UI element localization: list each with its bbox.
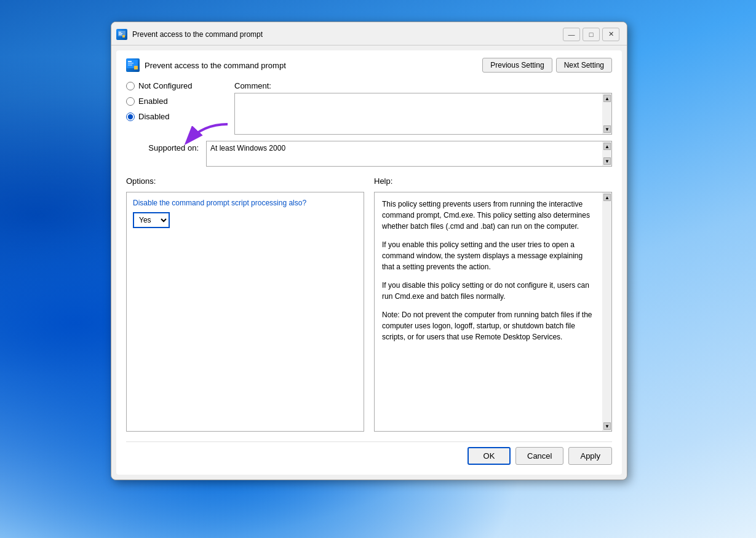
title-bar-controls: — □ ✕ bbox=[563, 28, 619, 41]
bottom-buttons: OK Cancel Apply bbox=[126, 441, 612, 465]
not-configured-radio[interactable] bbox=[126, 82, 135, 90]
help-text-4: Note: Do not prevent the computer from r… bbox=[382, 309, 595, 342]
supported-on-label: Supported on: bbox=[126, 141, 206, 152]
help-section-label-wrapper: Help: bbox=[374, 176, 612, 189]
title-bar: Prevent access to the command prompt — □… bbox=[111, 22, 627, 45]
options-label: Options: bbox=[126, 176, 364, 186]
settings-row: Not Configured Enabled Disabled Comment:… bbox=[126, 81, 612, 135]
minimize-button[interactable]: — bbox=[563, 28, 580, 41]
next-setting-button[interactable]: Next Setting bbox=[556, 58, 612, 73]
not-configured-label: Not Configured bbox=[138, 81, 192, 90]
dialog-header: Prevent access to the command prompt Pre… bbox=[126, 58, 612, 73]
help-text-1: This policy setting prevents users from … bbox=[382, 199, 595, 232]
previous-setting-button[interactable]: Previous Setting bbox=[482, 58, 552, 73]
supported-scroll-down[interactable]: ▼ bbox=[603, 157, 611, 165]
close-button[interactable]: ✕ bbox=[602, 28, 619, 41]
options-section-label-wrapper: Options: bbox=[126, 176, 364, 189]
svg-rect-2 bbox=[119, 33, 122, 34]
options-help-row: Disable the command prompt script proces… bbox=[126, 192, 612, 432]
disabled-label: Disabled bbox=[138, 112, 170, 121]
comment-scroll-up[interactable]: ▲ bbox=[603, 95, 611, 102]
help-scrollbar: ▲ ▼ bbox=[602, 192, 612, 432]
supported-scrollbar: ▲ ▼ bbox=[602, 141, 612, 167]
options-panel: Disable the command prompt script proces… bbox=[126, 192, 364, 432]
svg-rect-9 bbox=[134, 66, 138, 69]
supported-on-value: At least Windows 2000 bbox=[206, 141, 602, 167]
svg-rect-6 bbox=[128, 61, 132, 62]
comment-label: Comment: bbox=[234, 81, 612, 90]
cancel-button[interactable]: Cancel bbox=[515, 447, 563, 465]
enabled-radio[interactable] bbox=[126, 97, 135, 106]
comment-scrollbar: ▲ ▼ bbox=[602, 93, 612, 135]
title-bar-text: Prevent access to the command prompt bbox=[132, 30, 563, 39]
dialog-window: Prevent access to the command prompt — □… bbox=[111, 22, 627, 480]
dialog-content: Prevent access to the command prompt Pre… bbox=[116, 50, 622, 475]
dialog-title-row: Prevent access to the command prompt bbox=[126, 58, 286, 72]
svg-rect-8 bbox=[128, 65, 132, 66]
not-configured-radio-label[interactable]: Not Configured bbox=[126, 81, 225, 90]
help-label: Help: bbox=[374, 176, 612, 186]
supported-on-container: At least Windows 2000 ▲ ▼ bbox=[206, 141, 612, 167]
script-processing-dropdown[interactable]: Yes No bbox=[133, 212, 170, 228]
disabled-radio[interactable] bbox=[126, 113, 135, 121]
header-buttons: Previous Setting Next Setting bbox=[482, 58, 612, 73]
apply-button[interactable]: Apply bbox=[568, 447, 612, 465]
comment-section: Comment: ▲ ▼ bbox=[234, 81, 612, 135]
comment-input-container: ▲ ▼ bbox=[234, 93, 612, 135]
svg-rect-1 bbox=[119, 32, 121, 33]
title-bar-icon bbox=[116, 29, 127, 40]
maximize-button[interactable]: □ bbox=[583, 28, 600, 41]
svg-rect-7 bbox=[128, 63, 133, 64]
disabled-radio-label[interactable]: Disabled bbox=[126, 112, 225, 121]
options-panel-wrapper: Disable the command prompt script proces… bbox=[126, 192, 364, 432]
svg-rect-4 bbox=[122, 35, 125, 38]
dialog-title-icon bbox=[126, 58, 140, 72]
help-panel-wrapper: This policy setting prevents users from … bbox=[374, 192, 612, 432]
svg-rect-3 bbox=[119, 34, 122, 35]
help-scroll-up[interactable]: ▲ bbox=[603, 194, 611, 201]
supported-scroll-up[interactable]: ▲ bbox=[603, 143, 611, 150]
help-text-box: This policy setting prevents users from … bbox=[374, 192, 602, 432]
help-text-3: If you disable this policy setting or do… bbox=[382, 280, 595, 302]
radio-group: Not Configured Enabled Disabled bbox=[126, 81, 225, 135]
enabled-label: Enabled bbox=[138, 97, 168, 106]
comment-textarea[interactable] bbox=[234, 93, 602, 135]
help-text-2: If you enable this policy setting and th… bbox=[382, 239, 595, 272]
help-scroll-down[interactable]: ▼ bbox=[603, 422, 611, 430]
supported-on-row: Supported on: At least Windows 2000 ▲ ▼ bbox=[126, 141, 612, 167]
dropdown-row: Yes No bbox=[133, 212, 357, 228]
enabled-radio-label[interactable]: Enabled bbox=[126, 97, 225, 106]
dialog-main-title: Prevent access to the command prompt bbox=[145, 61, 286, 70]
comment-scroll-down[interactable]: ▼ bbox=[603, 125, 611, 133]
option-item-description: Disable the command prompt script proces… bbox=[133, 199, 357, 207]
ok-button[interactable]: OK bbox=[468, 447, 511, 465]
